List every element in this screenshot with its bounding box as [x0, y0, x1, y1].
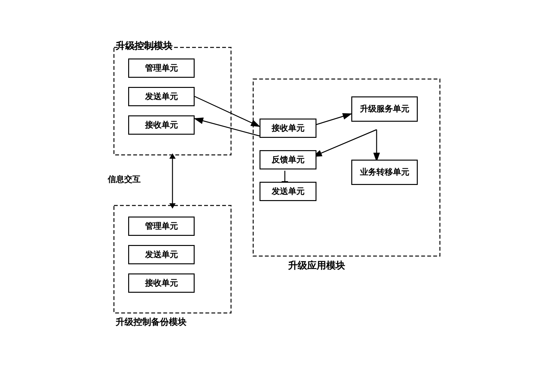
backup-manage-unit: 管理单元	[128, 217, 195, 236]
upgrade-app-module-label: 升级应用模块	[288, 259, 345, 272]
svg-marker-10	[169, 153, 176, 159]
svg-line-3	[195, 96, 260, 126]
app-receive-unit: 接收单元	[260, 119, 316, 138]
backup-send-unit: 发送单元	[128, 245, 195, 264]
backup-receive-unit: 接收单元	[128, 273, 195, 293]
app-business-transfer-unit: 业务转移单元	[351, 160, 418, 185]
app-send-unit: 发送单元	[260, 182, 316, 201]
info-interaction-label: 信息交互	[108, 174, 141, 185]
diagram-container: 升级控制模块 管理单元 发送单元 接收单元 信息交互 升级控制备份模块 管理单元…	[104, 38, 453, 354]
control-receive-unit: 接收单元	[128, 115, 195, 135]
svg-line-5	[313, 130, 377, 156]
svg-line-8	[195, 119, 260, 136]
app-feedback-unit: 反馈单元	[260, 150, 316, 169]
upgrade-control-module-label: 升级控制模块	[116, 40, 172, 52]
control-manage-unit: 管理单元	[128, 58, 195, 78]
svg-marker-11	[169, 203, 176, 209]
upgrade-control-backup-label: 升级控制备份模块	[116, 316, 186, 328]
app-upgrade-service-unit: 升级服务单元	[351, 96, 418, 122]
control-send-unit: 发送单元	[128, 87, 195, 106]
